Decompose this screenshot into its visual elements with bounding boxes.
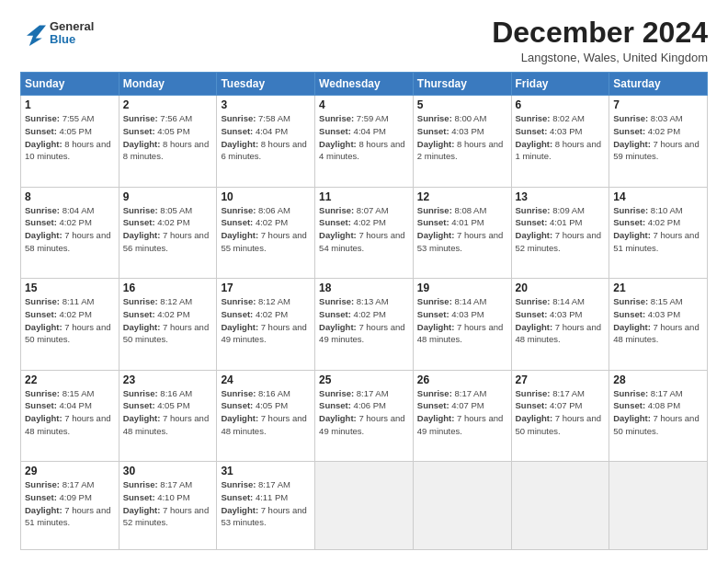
cell-line: Sunset: 4:03 PM bbox=[613, 309, 680, 319]
table-row: 25Sunrise: 8:17 AMSunset: 4:06 PMDayligh… bbox=[315, 370, 414, 461]
cell-info: Sunrise: 7:56 AMSunset: 4:05 PMDaylight:… bbox=[123, 112, 213, 163]
col-sunday: Sunday bbox=[21, 73, 119, 96]
day-number: 28 bbox=[613, 373, 703, 386]
cell-line: Sunset: 4:01 PM bbox=[516, 217, 583, 227]
cell-line: Sunset: 4:07 PM bbox=[417, 400, 484, 410]
day-number: 30 bbox=[123, 465, 213, 477]
cell-info: Sunrise: 8:11 AMSunset: 4:02 PMDaylight:… bbox=[25, 295, 115, 346]
cell-line: Daylight: 7 hours and 48 minutes. bbox=[25, 413, 110, 436]
table-row: 6Sunrise: 8:02 AMSunset: 4:03 PMDaylight… bbox=[511, 96, 609, 187]
cell-line: Daylight: 7 hours and 55 minutes. bbox=[221, 230, 306, 253]
cell-line: Sunset: 4:02 PM bbox=[221, 309, 288, 319]
cell-line: Sunset: 4:11 PM bbox=[221, 492, 288, 502]
cell-line: Sunset: 4:02 PM bbox=[25, 309, 92, 319]
col-thursday: Thursday bbox=[413, 73, 511, 96]
table-row: 2Sunrise: 7:56 AMSunset: 4:05 PMDaylight… bbox=[119, 96, 217, 187]
table-row: 7Sunrise: 8:03 AMSunset: 4:02 PMDaylight… bbox=[609, 96, 708, 187]
cell-line: Daylight: 7 hours and 50 minutes. bbox=[123, 322, 209, 345]
cell-line: Sunrise: 8:03 AM bbox=[613, 113, 683, 123]
cell-line: Sunset: 4:03 PM bbox=[516, 309, 583, 319]
cell-info: Sunrise: 7:55 AMSunset: 4:05 PMDaylight:… bbox=[25, 112, 115, 163]
cell-line: Daylight: 7 hours and 49 minutes. bbox=[221, 322, 306, 345]
cell-line: Daylight: 7 hours and 52 minutes. bbox=[123, 505, 209, 528]
calendar-week-row: 15Sunrise: 8:11 AMSunset: 4:02 PMDayligh… bbox=[21, 279, 708, 370]
table-row bbox=[315, 462, 414, 550]
cell-info: Sunrise: 7:59 AMSunset: 4:04 PMDaylight:… bbox=[319, 112, 409, 163]
table-row: 29Sunrise: 8:17 AMSunset: 4:09 PMDayligh… bbox=[21, 462, 119, 550]
cell-line: Sunset: 4:10 PM bbox=[123, 492, 190, 502]
table-row: 1Sunrise: 7:55 AMSunset: 4:05 PMDaylight… bbox=[21, 96, 119, 187]
table-row: 17Sunrise: 8:12 AMSunset: 4:02 PMDayligh… bbox=[217, 279, 315, 370]
cell-line: Sunrise: 8:15 AM bbox=[613, 296, 683, 306]
day-number: 4 bbox=[319, 98, 409, 111]
calendar-week-row: 8Sunrise: 8:04 AMSunset: 4:02 PMDaylight… bbox=[21, 187, 708, 278]
cell-info: Sunrise: 8:17 AMSunset: 4:07 PMDaylight:… bbox=[516, 387, 606, 438]
table-row: 21Sunrise: 8:15 AMSunset: 4:03 PMDayligh… bbox=[609, 279, 708, 370]
cell-line: Sunrise: 8:08 AM bbox=[417, 205, 487, 215]
cell-line: Sunset: 4:02 PM bbox=[613, 217, 680, 227]
calendar-week-row: 29Sunrise: 8:17 AMSunset: 4:09 PMDayligh… bbox=[21, 462, 708, 550]
table-row: 8Sunrise: 8:04 AMSunset: 4:02 PMDaylight… bbox=[21, 187, 119, 278]
day-number: 24 bbox=[221, 373, 311, 386]
day-number: 17 bbox=[221, 282, 311, 294]
cell-line: Daylight: 7 hours and 48 minutes. bbox=[417, 322, 503, 345]
day-number: 14 bbox=[613, 190, 703, 203]
cell-line: Sunset: 4:03 PM bbox=[417, 309, 484, 319]
day-number: 18 bbox=[319, 282, 409, 294]
header: General Blue December 2024 Langstone, Wa… bbox=[20, 17, 708, 64]
table-row: 3Sunrise: 7:58 AMSunset: 4:04 PMDaylight… bbox=[217, 96, 315, 187]
table-row: 28Sunrise: 8:17 AMSunset: 4:08 PMDayligh… bbox=[609, 370, 708, 461]
cell-info: Sunrise: 8:06 AMSunset: 4:02 PMDaylight:… bbox=[221, 204, 311, 255]
cell-line: Sunset: 4:08 PM bbox=[613, 400, 680, 410]
cell-info: Sunrise: 8:12 AMSunset: 4:02 PMDaylight:… bbox=[221, 295, 311, 346]
cell-line: Sunset: 4:02 PM bbox=[221, 217, 288, 227]
cell-line: Sunset: 4:09 PM bbox=[25, 492, 92, 502]
day-number: 13 bbox=[516, 190, 606, 203]
cell-info: Sunrise: 8:07 AMSunset: 4:02 PMDaylight:… bbox=[319, 204, 409, 255]
table-row bbox=[609, 462, 708, 550]
day-number: 19 bbox=[417, 282, 507, 294]
cell-line: Sunrise: 8:17 AM bbox=[516, 388, 586, 398]
day-number: 29 bbox=[25, 465, 115, 477]
day-number: 23 bbox=[123, 373, 213, 386]
cell-line: Sunrise: 8:11 AM bbox=[25, 296, 95, 306]
table-row: 26Sunrise: 8:17 AMSunset: 4:07 PMDayligh… bbox=[413, 370, 511, 461]
cell-info: Sunrise: 8:17 AMSunset: 4:07 PMDaylight:… bbox=[417, 387, 507, 438]
table-row: 18Sunrise: 8:13 AMSunset: 4:02 PMDayligh… bbox=[315, 279, 414, 370]
cell-line: Sunset: 4:01 PM bbox=[417, 217, 484, 227]
table-row: 22Sunrise: 8:15 AMSunset: 4:04 PMDayligh… bbox=[21, 370, 119, 461]
cell-line: Sunset: 4:07 PM bbox=[516, 400, 583, 410]
col-wednesday: Wednesday bbox=[315, 73, 414, 96]
table-row: 16Sunrise: 8:12 AMSunset: 4:02 PMDayligh… bbox=[119, 279, 217, 370]
table-row: 11Sunrise: 8:07 AMSunset: 4:02 PMDayligh… bbox=[315, 187, 414, 278]
cell-line: Daylight: 8 hours and 2 minutes. bbox=[417, 139, 503, 162]
calendar-header-row: Sunday Monday Tuesday Wednesday Thursday… bbox=[21, 73, 708, 96]
cell-line: Sunrise: 8:07 AM bbox=[319, 205, 389, 215]
cell-info: Sunrise: 8:05 AMSunset: 4:02 PMDaylight:… bbox=[123, 204, 213, 255]
day-number: 2 bbox=[123, 98, 213, 111]
cell-line: Daylight: 7 hours and 56 minutes. bbox=[123, 230, 209, 253]
cell-line: Sunrise: 8:14 AM bbox=[516, 296, 586, 306]
cell-line: Sunrise: 8:00 AM bbox=[417, 113, 487, 123]
day-number: 1 bbox=[25, 98, 115, 111]
cell-line: Sunset: 4:04 PM bbox=[25, 400, 92, 410]
day-number: 22 bbox=[25, 373, 115, 386]
cell-line: Sunset: 4:04 PM bbox=[221, 126, 288, 136]
cell-line: Sunrise: 8:13 AM bbox=[319, 296, 389, 306]
cell-line: Sunset: 4:05 PM bbox=[25, 126, 92, 136]
cell-line: Sunset: 4:02 PM bbox=[319, 217, 386, 227]
cell-line: Sunrise: 8:16 AM bbox=[221, 388, 290, 398]
table-row: 12Sunrise: 8:08 AMSunset: 4:01 PMDayligh… bbox=[413, 187, 511, 278]
day-number: 7 bbox=[613, 98, 703, 111]
cell-line: Sunrise: 8:09 AM bbox=[516, 205, 586, 215]
cell-info: Sunrise: 8:10 AMSunset: 4:02 PMDaylight:… bbox=[613, 204, 703, 255]
cell-info: Sunrise: 8:14 AMSunset: 4:03 PMDaylight:… bbox=[516, 295, 606, 346]
cell-line: Sunset: 4:02 PM bbox=[613, 126, 680, 136]
table-row: 13Sunrise: 8:09 AMSunset: 4:01 PMDayligh… bbox=[511, 187, 609, 278]
day-number: 11 bbox=[319, 190, 409, 203]
cell-line: Sunset: 4:06 PM bbox=[319, 400, 386, 410]
logo: General Blue bbox=[20, 20, 94, 47]
cell-line: Daylight: 7 hours and 52 minutes. bbox=[516, 230, 601, 253]
col-tuesday: Tuesday bbox=[217, 73, 315, 96]
cell-info: Sunrise: 7:58 AMSunset: 4:04 PMDaylight:… bbox=[221, 112, 311, 163]
